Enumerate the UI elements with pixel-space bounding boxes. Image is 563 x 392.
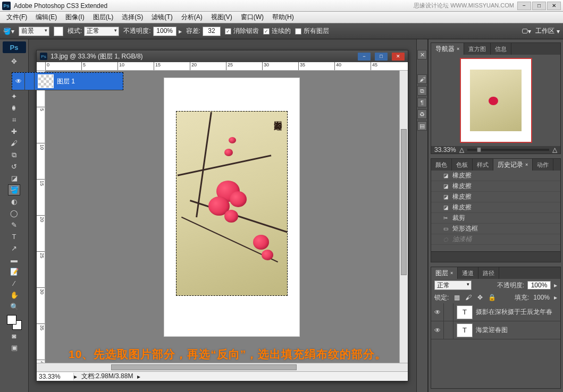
history-item[interactable]: ◪橡皮擦 xyxy=(431,171,560,181)
history-list[interactable]: ◪橡皮擦◪橡皮擦◪橡皮擦◪橡皮擦✂裁剪▭矩形选框▸▤选择反向◌油漆桶 xyxy=(431,171,560,251)
layer-list[interactable]: 👁图层 1👁T摄影在深秋摄于壬辰龙年春👁T海棠迎春图 xyxy=(431,303,560,339)
pattern-swatch[interactable] xyxy=(54,27,63,36)
doc-minimize-button[interactable]: − xyxy=(358,53,371,61)
bucket-tool[interactable]: 🪣 xyxy=(8,184,20,195)
menu-item[interactable]: 窗口(W) xyxy=(238,12,267,23)
menu-item[interactable]: 编辑(E) xyxy=(32,12,60,23)
menu-item[interactable]: 帮助(H) xyxy=(269,12,297,23)
tab-navigator[interactable]: 导航器× xyxy=(431,43,464,55)
color-swatches[interactable] xyxy=(7,315,22,330)
scrollbar-horizontal[interactable] xyxy=(37,363,408,371)
menu-item[interactable]: 选择(S) xyxy=(119,12,146,23)
screenmode-tool[interactable]: ▣ xyxy=(8,342,20,353)
lock-trans-icon[interactable]: ▦ xyxy=(453,294,460,301)
history-item[interactable]: ◪橡皮擦 xyxy=(431,181,560,192)
screen-mode-icon[interactable]: 🖵▾ xyxy=(522,28,531,35)
history-item[interactable]: ◌油漆桶 xyxy=(431,234,560,245)
menu-item[interactable]: 视图(V) xyxy=(208,12,236,23)
tab-histogram[interactable]: 直方图 xyxy=(464,43,491,55)
layer-row[interactable]: 👁T海棠迎春图 xyxy=(431,321,560,339)
wand-tool[interactable]: ✦ xyxy=(8,91,20,102)
tab-actions[interactable]: 动作 xyxy=(533,159,553,171)
doc-icon: Ps xyxy=(40,53,47,60)
zoom-in-icon[interactable]: △ xyxy=(552,146,557,154)
layer-opacity-input[interactable]: 100% xyxy=(527,281,551,289)
visibility-icon[interactable]: 👁 xyxy=(431,321,444,339)
menu-item[interactable]: 滤镜(T) xyxy=(148,12,175,23)
opacity-input[interactable]: 100% xyxy=(153,27,177,36)
document-title-bar[interactable]: Ps 13.jpg @ 33.3% (图层 1, RGB/8) − □ ✕ xyxy=(37,50,408,62)
shape-tool[interactable]: ▬ xyxy=(8,254,20,266)
nav-zoom[interactable]: 33.33% xyxy=(434,146,456,154)
tab-swatches[interactable]: 色板 xyxy=(452,159,473,171)
history-item[interactable]: ◪橡皮擦 xyxy=(431,192,560,202)
comp-icon[interactable]: ▤ xyxy=(417,121,427,131)
tab-color[interactable]: 颜色 xyxy=(431,159,452,171)
move-tool[interactable]: ✥ xyxy=(8,56,20,67)
clone-icon[interactable]: ⧉ xyxy=(417,86,427,96)
zoom-tool[interactable]: 🔍 xyxy=(8,301,20,312)
contiguous-checkbox[interactable]: ✓ xyxy=(263,28,270,35)
heal-tool[interactable]: ✚ xyxy=(8,126,20,137)
lock-pos-icon[interactable]: ✥ xyxy=(476,294,484,301)
tab-info[interactable]: 信息 xyxy=(491,43,511,55)
blur-tool[interactable]: ◐ xyxy=(8,196,20,207)
all-layers-checkbox[interactable] xyxy=(295,28,301,35)
scrollbar-vertical[interactable] xyxy=(399,71,408,363)
zoom-level[interactable]: 33.33% xyxy=(37,373,74,380)
stamp-tool[interactable]: ⧉ xyxy=(8,149,20,160)
zoom-slider[interactable] xyxy=(467,149,549,151)
menu-item[interactable]: 图像(I) xyxy=(62,12,87,23)
eyedropper-tool[interactable]: ⁄ xyxy=(8,278,20,289)
dock-icon[interactable]: ✕ xyxy=(417,50,427,59)
menu-item[interactable]: 分析(A) xyxy=(178,12,206,23)
lock-all-icon[interactable]: 🔒 xyxy=(488,294,495,301)
history-item[interactable]: ▭矩形选框 xyxy=(431,224,560,234)
char-icon[interactable]: ¶ xyxy=(417,98,427,107)
lock-paint-icon[interactable]: 🖌 xyxy=(465,294,472,301)
navigator-body[interactable] xyxy=(431,55,560,146)
maximize-button[interactable]: □ xyxy=(532,2,546,10)
layer-fill-input[interactable]: 100% xyxy=(533,294,550,301)
fill-source-dropdown[interactable]: 前景 xyxy=(19,27,49,36)
path-tool[interactable]: ↗ xyxy=(8,243,20,254)
tolerance-input[interactable]: 32 xyxy=(203,27,221,36)
menu-item[interactable]: 图层(L) xyxy=(90,12,117,23)
pen-tool[interactable]: ✎ xyxy=(8,219,20,231)
slice-tool[interactable]: ⌗ xyxy=(8,114,20,125)
menu-item[interactable]: 文件(F) xyxy=(3,12,30,23)
tab-history[interactable]: 历史记录× xyxy=(493,159,533,171)
type-tool[interactable]: T xyxy=(8,231,20,242)
canvas: 海棠迎春图 xyxy=(164,78,299,336)
doc-maximize-button[interactable]: □ xyxy=(375,53,388,61)
hand-tool[interactable]: ✋ xyxy=(8,289,20,301)
history-item[interactable]: ◪橡皮擦 xyxy=(431,202,560,213)
brush-tool[interactable]: 🖌 xyxy=(8,138,20,149)
quickmask-tool[interactable]: ◙ xyxy=(8,330,20,342)
notes-tool[interactable]: 📝 xyxy=(8,266,20,277)
history-brush-tool[interactable]: ↺ xyxy=(8,161,20,172)
tab-styles[interactable]: 样式 xyxy=(473,159,493,171)
blend-mode-dropdown[interactable]: 正常 xyxy=(84,27,119,36)
crop-tool[interactable]: ⧯ xyxy=(8,103,20,114)
eraser-tool[interactable]: ◪ xyxy=(8,173,20,184)
symbol-icon[interactable]: ♻ xyxy=(417,109,427,119)
layer-blend-dropdown[interactable]: 正常 xyxy=(434,280,472,290)
zoom-out-icon[interactable]: △ xyxy=(459,146,464,154)
document-size: 文档:2.98M/3.88M xyxy=(77,372,137,381)
canvas-viewport[interactable]: 海棠迎春图 10、先选取图片部分，再选“反向”，选出填充绢布纹的部分。 xyxy=(45,71,399,363)
brushes-icon[interactable]: 🖌 xyxy=(417,74,427,84)
history-item[interactable]: ✂裁剪 xyxy=(431,213,560,224)
dodge-tool[interactable]: ◯ xyxy=(8,208,20,219)
layer-row[interactable]: 👁图层 1 xyxy=(12,72,123,90)
minimize-button[interactable]: − xyxy=(517,2,531,10)
tab-channels[interactable]: 通道 xyxy=(458,267,478,279)
visibility-icon[interactable]: 👁 xyxy=(12,73,25,90)
close-button[interactable]: ✕ xyxy=(547,2,561,10)
doc-close-button[interactable]: ✕ xyxy=(392,53,405,61)
tab-paths[interactable]: 路径 xyxy=(478,267,499,279)
tab-layers[interactable]: 图层× xyxy=(431,267,458,279)
visibility-icon[interactable]: 👁 xyxy=(431,303,444,321)
antialias-checkbox[interactable]: ✓ xyxy=(225,28,231,35)
layer-row[interactable]: 👁T摄影在深秋摄于壬辰龙年春 xyxy=(431,303,560,321)
